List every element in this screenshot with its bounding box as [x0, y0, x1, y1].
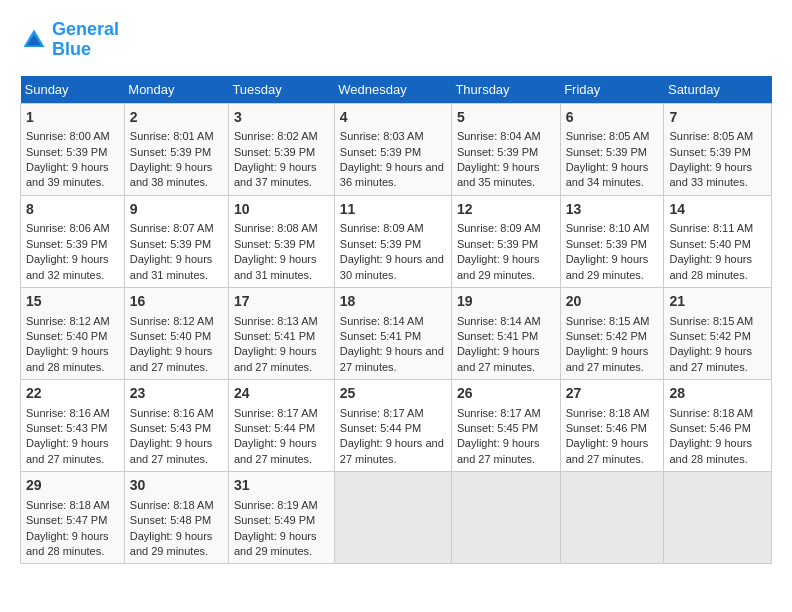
daylight: Daylight: 9 hours and 29 minutes.: [130, 530, 213, 557]
daylight: Daylight: 9 hours and 27 minutes.: [26, 437, 109, 464]
day-number: 23: [130, 384, 223, 404]
calendar-cell: 21Sunrise: 8:15 AMSunset: 5:42 PMDayligh…: [664, 287, 772, 379]
calendar-cell: 4Sunrise: 8:03 AMSunset: 5:39 PMDaylight…: [334, 103, 451, 195]
calendar-cell: 18Sunrise: 8:14 AMSunset: 5:41 PMDayligh…: [334, 287, 451, 379]
calendar-cell: 13Sunrise: 8:10 AMSunset: 5:39 PMDayligh…: [560, 195, 664, 287]
calendar-cell: 8Sunrise: 8:06 AMSunset: 5:39 PMDaylight…: [21, 195, 125, 287]
sunrise: Sunrise: 8:11 AM: [669, 222, 753, 234]
sunset: Sunset: 5:39 PM: [457, 238, 538, 250]
calendar-week-1: 1Sunrise: 8:00 AMSunset: 5:39 PMDaylight…: [21, 103, 772, 195]
sunrise: Sunrise: 8:19 AM: [234, 499, 318, 511]
sunset: Sunset: 5:49 PM: [234, 514, 315, 526]
sunrise: Sunrise: 8:13 AM: [234, 315, 318, 327]
daylight: Daylight: 9 hours and 34 minutes.: [566, 161, 649, 188]
day-number: 3: [234, 108, 329, 128]
calendar-cell: 16Sunrise: 8:12 AMSunset: 5:40 PMDayligh…: [124, 287, 228, 379]
sunset: Sunset: 5:44 PM: [234, 422, 315, 434]
day-number: 6: [566, 108, 659, 128]
daylight: Daylight: 9 hours and 29 minutes.: [566, 253, 649, 280]
sunrise: Sunrise: 8:02 AM: [234, 130, 318, 142]
sunset: Sunset: 5:45 PM: [457, 422, 538, 434]
calendar-cell: 29Sunrise: 8:18 AMSunset: 5:47 PMDayligh…: [21, 472, 125, 564]
sunset: Sunset: 5:39 PM: [234, 238, 315, 250]
day-header-wednesday: Wednesday: [334, 76, 451, 104]
calendar-cell: [560, 472, 664, 564]
calendar-cell: 22Sunrise: 8:16 AMSunset: 5:43 PMDayligh…: [21, 380, 125, 472]
sunrise: Sunrise: 8:10 AM: [566, 222, 650, 234]
sunrise: Sunrise: 8:06 AM: [26, 222, 110, 234]
daylight: Daylight: 9 hours and 27 minutes.: [669, 345, 752, 372]
sunset: Sunset: 5:43 PM: [26, 422, 107, 434]
day-header-tuesday: Tuesday: [228, 76, 334, 104]
daylight: Daylight: 9 hours and 27 minutes.: [566, 345, 649, 372]
calendar-body: 1Sunrise: 8:00 AMSunset: 5:39 PMDaylight…: [21, 103, 772, 564]
daylight: Daylight: 9 hours and 27 minutes.: [340, 437, 444, 464]
sunset: Sunset: 5:43 PM: [130, 422, 211, 434]
day-number: 11: [340, 200, 446, 220]
day-number: 27: [566, 384, 659, 404]
daylight: Daylight: 9 hours and 27 minutes.: [457, 345, 540, 372]
calendar-cell: 20Sunrise: 8:15 AMSunset: 5:42 PMDayligh…: [560, 287, 664, 379]
sunset: Sunset: 5:41 PM: [340, 330, 421, 342]
daylight: Daylight: 9 hours and 27 minutes.: [234, 345, 317, 372]
day-number: 18: [340, 292, 446, 312]
daylight: Daylight: 9 hours and 27 minutes.: [130, 437, 213, 464]
calendar-cell: 7Sunrise: 8:05 AMSunset: 5:39 PMDaylight…: [664, 103, 772, 195]
sunrise: Sunrise: 8:16 AM: [26, 407, 110, 419]
sunset: Sunset: 5:40 PM: [669, 238, 750, 250]
sunrise: Sunrise: 8:05 AM: [669, 130, 753, 142]
sunset: Sunset: 5:46 PM: [669, 422, 750, 434]
sunrise: Sunrise: 8:14 AM: [457, 315, 541, 327]
sunrise: Sunrise: 8:01 AM: [130, 130, 214, 142]
day-number: 14: [669, 200, 766, 220]
calendar-cell: 3Sunrise: 8:02 AMSunset: 5:39 PMDaylight…: [228, 103, 334, 195]
sunrise: Sunrise: 8:08 AM: [234, 222, 318, 234]
calendar-cell: 14Sunrise: 8:11 AMSunset: 5:40 PMDayligh…: [664, 195, 772, 287]
sunset: Sunset: 5:42 PM: [669, 330, 750, 342]
daylight: Daylight: 9 hours and 27 minutes.: [130, 345, 213, 372]
calendar-cell: [664, 472, 772, 564]
day-header-sunday: Sunday: [21, 76, 125, 104]
daylight: Daylight: 9 hours and 36 minutes.: [340, 161, 444, 188]
calendar-table: SundayMondayTuesdayWednesdayThursdayFrid…: [20, 76, 772, 565]
sunset: Sunset: 5:39 PM: [457, 146, 538, 158]
day-header-thursday: Thursday: [451, 76, 560, 104]
sunrise: Sunrise: 8:17 AM: [340, 407, 424, 419]
daylight: Daylight: 9 hours and 27 minutes.: [234, 437, 317, 464]
day-number: 15: [26, 292, 119, 312]
day-number: 21: [669, 292, 766, 312]
calendar-header: SundayMondayTuesdayWednesdayThursdayFrid…: [21, 76, 772, 104]
calendar-week-5: 29Sunrise: 8:18 AMSunset: 5:47 PMDayligh…: [21, 472, 772, 564]
sunset: Sunset: 5:42 PM: [566, 330, 647, 342]
day-number: 31: [234, 476, 329, 496]
daylight: Daylight: 9 hours and 30 minutes.: [340, 253, 444, 280]
day-number: 2: [130, 108, 223, 128]
calendar-cell: 9Sunrise: 8:07 AMSunset: 5:39 PMDaylight…: [124, 195, 228, 287]
day-number: 17: [234, 292, 329, 312]
day-number: 20: [566, 292, 659, 312]
sunset: Sunset: 5:41 PM: [234, 330, 315, 342]
day-number: 1: [26, 108, 119, 128]
sunrise: Sunrise: 8:18 AM: [669, 407, 753, 419]
sunrise: Sunrise: 8:12 AM: [130, 315, 214, 327]
daylight: Daylight: 9 hours and 38 minutes.: [130, 161, 213, 188]
day-header-monday: Monday: [124, 76, 228, 104]
day-number: 13: [566, 200, 659, 220]
calendar-cell: 2Sunrise: 8:01 AMSunset: 5:39 PMDaylight…: [124, 103, 228, 195]
day-number: 26: [457, 384, 555, 404]
calendar-cell: 11Sunrise: 8:09 AMSunset: 5:39 PMDayligh…: [334, 195, 451, 287]
calendar-cell: 19Sunrise: 8:14 AMSunset: 5:41 PMDayligh…: [451, 287, 560, 379]
logo-text: General Blue: [52, 20, 119, 60]
sunset: Sunset: 5:39 PM: [26, 146, 107, 158]
daylight: Daylight: 9 hours and 27 minutes.: [566, 437, 649, 464]
calendar-cell: 12Sunrise: 8:09 AMSunset: 5:39 PMDayligh…: [451, 195, 560, 287]
sunrise: Sunrise: 8:07 AM: [130, 222, 214, 234]
sunrise: Sunrise: 8:15 AM: [566, 315, 650, 327]
sunset: Sunset: 5:46 PM: [566, 422, 647, 434]
day-number: 9: [130, 200, 223, 220]
sunrise: Sunrise: 8:15 AM: [669, 315, 753, 327]
calendar-cell: 10Sunrise: 8:08 AMSunset: 5:39 PMDayligh…: [228, 195, 334, 287]
daylight: Daylight: 9 hours and 33 minutes.: [669, 161, 752, 188]
daylight: Daylight: 9 hours and 39 minutes.: [26, 161, 109, 188]
sunset: Sunset: 5:48 PM: [130, 514, 211, 526]
